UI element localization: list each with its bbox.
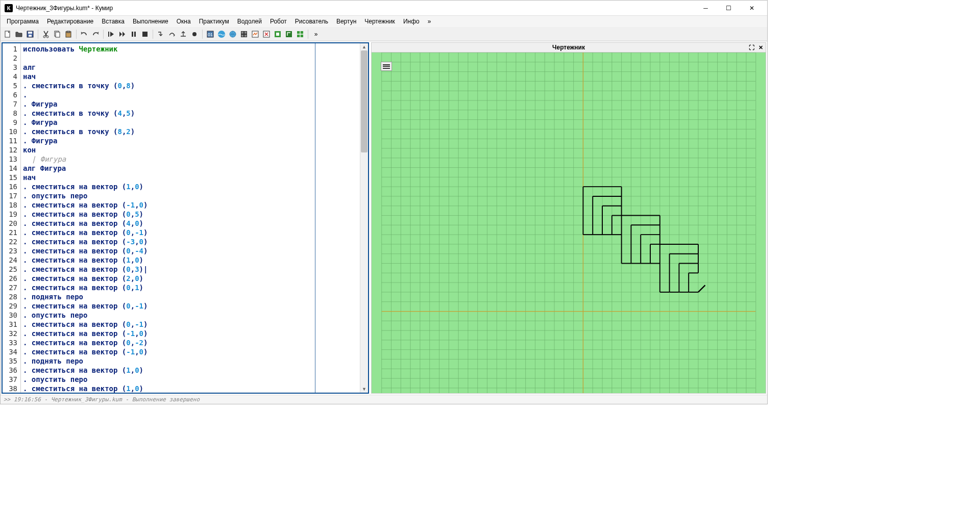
code-line[interactable]: . поднять перо — [23, 292, 358, 301]
code-line[interactable]: . сместиться на вектор (1,0) — [23, 366, 358, 375]
code-line[interactable]: . Фигура — [23, 118, 358, 127]
code-line[interactable]: . сместиться на вектор (-1,0) — [23, 329, 358, 338]
svg-rect-27 — [276, 33, 279, 36]
scroll-up-icon[interactable]: ▲ — [360, 43, 368, 50]
breakpoint-icon[interactable] — [189, 29, 200, 39]
copy-icon[interactable] — [52, 29, 62, 39]
svg-rect-9 — [67, 31, 70, 33]
step-into-icon[interactable] — [156, 29, 166, 39]
code-line[interactable]: . Фигура — [23, 99, 358, 109]
scroll-thumb[interactable] — [361, 50, 368, 152]
menu-Чертежник[interactable]: Чертежник — [360, 17, 399, 26]
module-globe-icon[interactable] — [228, 29, 238, 39]
toolbar-separator — [153, 30, 153, 39]
run-step-icon[interactable] — [117, 29, 128, 39]
code-line[interactable]: . сместиться на вектор (-1,0) — [23, 200, 358, 210]
code-line[interactable]: . сместиться на вектор (0,-1) — [23, 301, 358, 311]
paste-icon[interactable] — [63, 29, 74, 39]
code-line[interactable]: . сместиться на вектор (2,0) — [23, 274, 358, 283]
step-out-icon[interactable] — [178, 29, 188, 39]
module-turner-icon[interactable] — [261, 29, 272, 39]
new-file-icon[interactable] — [3, 29, 13, 39]
canvas-menu-icon[interactable] — [381, 62, 392, 71]
menu-»[interactable]: » — [424, 17, 435, 26]
code-line[interactable]: кон — [23, 145, 358, 155]
save-file-icon[interactable] — [25, 29, 35, 39]
undo-icon[interactable] — [79, 29, 89, 39]
open-file-icon[interactable] — [14, 29, 24, 39]
step-over-icon[interactable] — [167, 29, 177, 39]
menu-Вертун[interactable]: Вертун — [332, 17, 360, 26]
menu-Рисователь[interactable]: Рисователь — [291, 17, 332, 26]
code-line[interactable]: . сместиться на вектор (4,0) — [23, 219, 358, 228]
menu-Редактирование[interactable]: Редактирование — [43, 17, 97, 26]
module-drafter-green-icon[interactable] — [273, 29, 283, 39]
redo-icon[interactable] — [90, 29, 101, 39]
code-line[interactable]: . поднять перо — [23, 356, 358, 366]
code-line[interactable]: . сместиться на вектор (0,3)| — [23, 265, 358, 274]
svg-rect-12 — [134, 32, 136, 37]
module-drafter2-icon[interactable] — [284, 29, 294, 39]
code-line[interactable]: . сместиться на вектор (0,-4) — [23, 246, 358, 255]
module-grid-icon[interactable] — [295, 29, 305, 39]
code-line[interactable]: . сместиться на вектор (-1,0) — [23, 347, 358, 356]
module-water-icon[interactable] — [216, 29, 227, 39]
vertical-scrollbar[interactable]: ▲ ▼ — [360, 43, 368, 393]
code-line[interactable]: алг Фигура — [23, 164, 358, 173]
module-1-icon[interactable]: 01 — [205, 29, 215, 39]
module-painter-icon[interactable] — [250, 29, 260, 39]
code-line[interactable]: алг — [23, 63, 358, 72]
code-line[interactable]: . сместиться на вектор (1,0) — [23, 182, 358, 191]
drafter-canvas[interactable] — [371, 53, 766, 394]
maximize-button[interactable]: ☐ — [717, 1, 740, 15]
menu-Инфо[interactable]: Инфо — [399, 17, 424, 26]
run-icon[interactable] — [106, 29, 116, 39]
code-line[interactable]: . сместиться на вектор (0,-2) — [23, 338, 358, 347]
close-button[interactable]: ✕ — [740, 1, 763, 15]
menu-Робот[interactable]: Робот — [266, 17, 291, 26]
panel-maximize-icon[interactable]: ⛶ — [747, 43, 755, 52]
code-line[interactable]: . сместиться на вектор (0,5) — [23, 210, 358, 219]
stop-icon[interactable] — [140, 29, 150, 39]
code-line[interactable]: | Фигура — [23, 155, 358, 164]
code-line[interactable]: . сместиться на вектор (-3,0) — [23, 237, 358, 246]
cut-icon[interactable] — [41, 29, 51, 39]
menu-Водолей[interactable]: Водолей — [233, 17, 266, 26]
code-line[interactable]: . опустить перо — [23, 311, 358, 320]
svg-rect-23 — [244, 35, 247, 37]
code-line[interactable]: использовать Чертежник — [23, 44, 358, 54]
pause-icon[interactable] — [129, 29, 139, 39]
module-robot-icon[interactable] — [239, 29, 249, 39]
menu-Окна[interactable]: Окна — [173, 17, 195, 26]
window-title: Чертежник_3Фигуры.kum* - Кумир — [16, 5, 694, 12]
menu-Программа[interactable]: Программа — [3, 17, 43, 26]
code-line[interactable]: нач — [23, 173, 358, 182]
overflow-icon[interactable]: » — [311, 29, 321, 39]
code-line[interactable]: . сместиться на вектор (1,0) — [23, 384, 358, 393]
code-line[interactable]: . опустить перо — [23, 375, 358, 384]
code-line[interactable]: . опустить перо — [23, 191, 358, 200]
code-line[interactable]: . — [23, 90, 358, 99]
scroll-down-icon[interactable]: ▼ — [360, 386, 368, 393]
code-line[interactable]: . Фигура — [23, 136, 358, 145]
titlebar: К Чертежник_3Фигуры.kum* - Кумир ─ ☐ ✕ — [1, 1, 767, 16]
menu-Практикум[interactable]: Практикум — [195, 17, 233, 26]
code-line[interactable]: . сместиться на вектор (0,-1) — [23, 228, 358, 237]
code-line[interactable]: . сместиться в точку (4,5) — [23, 109, 358, 118]
code-area[interactable]: использовать Чертежникалгнач. сместиться… — [21, 43, 360, 393]
code-line[interactable] — [23, 54, 358, 63]
code-line[interactable]: нач — [23, 72, 358, 81]
code-line[interactable]: . сместиться на вектор (1,0) — [23, 255, 358, 265]
menu-Выполнение[interactable]: Выполнение — [129, 17, 173, 26]
drafter-pane: Чертежник ⛶ ✕ — [371, 42, 766, 394]
code-line[interactable]: . сместиться на вектор (0,-1) — [23, 320, 358, 329]
svg-point-5 — [46, 36, 48, 38]
menu-Вставка[interactable]: Вставка — [97, 17, 129, 26]
drafter-svg — [372, 53, 766, 393]
minimize-button[interactable]: ─ — [694, 1, 717, 15]
code-line[interactable]: . сместиться в точку (0,8) — [23, 81, 358, 90]
panel-close-icon[interactable]: ✕ — [756, 43, 765, 52]
code-line[interactable]: . сместиться в точку (8,2) — [23, 127, 358, 136]
code-line[interactable]: . сместиться на вектор (0,1) — [23, 283, 358, 292]
menubar: ПрограммаРедактированиеВставкаВыполнение… — [1, 16, 767, 27]
